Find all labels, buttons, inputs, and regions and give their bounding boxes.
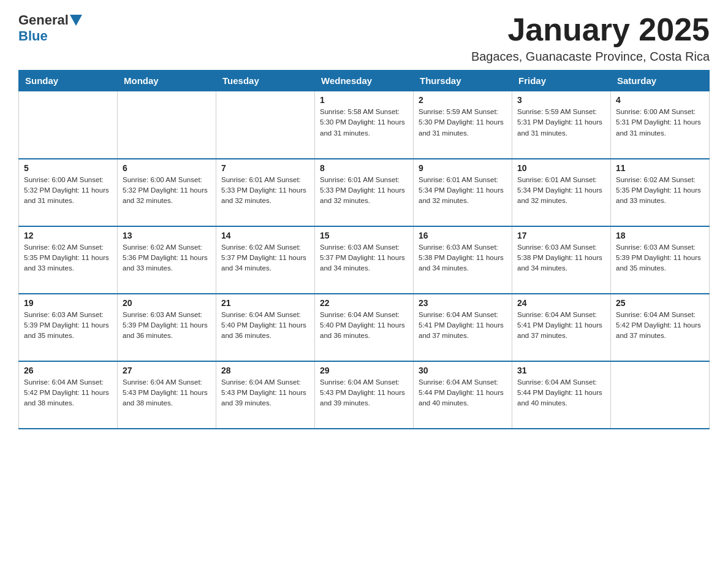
day-number: 29: [320, 366, 408, 375]
day-number: 24: [517, 298, 605, 308]
calendar-day-cell: 18Sunrise: 6:03 AM Sunset: 5:39 PM Dayli…: [611, 226, 710, 294]
day-number: 21: [221, 298, 309, 308]
day-number: 17: [517, 231, 605, 240]
calendar-day-cell: 28Sunrise: 6:04 AM Sunset: 5:43 PM Dayli…: [216, 361, 315, 429]
day-number: 31: [517, 366, 605, 375]
day-number: 26: [24, 366, 112, 375]
day-info: Sunrise: 6:00 AM Sunset: 5:32 PM Dayligh…: [24, 175, 112, 207]
day-number: 27: [123, 366, 211, 375]
day-number: 7: [221, 163, 309, 173]
day-number: 8: [320, 163, 408, 173]
calendar-day-cell: 19Sunrise: 6:03 AM Sunset: 5:39 PM Dayli…: [19, 294, 118, 361]
title-block: January 2025 Bagaces, Guanacaste Provinc…: [471, 12, 710, 64]
day-info: Sunrise: 6:04 AM Sunset: 5:44 PM Dayligh…: [517, 377, 605, 409]
logo-blue-text: Blue: [18, 28, 48, 44]
logo-triangle-icon: [70, 15, 82, 26]
day-info: Sunrise: 6:04 AM Sunset: 5:43 PM Dayligh…: [123, 377, 211, 409]
calendar-day-cell: 14Sunrise: 6:02 AM Sunset: 5:37 PM Dayli…: [216, 226, 315, 294]
calendar-day-cell: 24Sunrise: 6:04 AM Sunset: 5:41 PM Dayli…: [512, 294, 611, 361]
day-info: Sunrise: 6:04 AM Sunset: 5:44 PM Dayligh…: [419, 377, 507, 409]
day-info: Sunrise: 6:01 AM Sunset: 5:34 PM Dayligh…: [517, 175, 605, 207]
day-info: Sunrise: 6:03 AM Sunset: 5:38 PM Dayligh…: [419, 242, 507, 274]
day-number: 2: [419, 95, 507, 105]
day-number: 4: [616, 95, 704, 105]
calendar-day-cell: [611, 361, 710, 429]
calendar-day-cell: 12Sunrise: 6:02 AM Sunset: 5:35 PM Dayli…: [19, 226, 118, 294]
calendar-day-cell: [118, 91, 216, 159]
weekday-header-sunday: Sunday: [19, 71, 118, 91]
calendar-day-cell: 8Sunrise: 6:01 AM Sunset: 5:33 PM Daylig…: [315, 159, 414, 226]
day-number: 30: [419, 366, 507, 375]
calendar-day-cell: 30Sunrise: 6:04 AM Sunset: 5:44 PM Dayli…: [414, 361, 512, 429]
calendar-day-cell: 20Sunrise: 6:03 AM Sunset: 5:39 PM Dayli…: [118, 294, 216, 361]
calendar-day-cell: 7Sunrise: 6:01 AM Sunset: 5:33 PM Daylig…: [216, 159, 315, 226]
day-info: Sunrise: 6:04 AM Sunset: 5:42 PM Dayligh…: [616, 310, 704, 342]
day-number: 6: [123, 163, 211, 173]
day-info: Sunrise: 6:03 AM Sunset: 5:39 PM Dayligh…: [24, 310, 112, 342]
day-number: 5: [24, 163, 112, 173]
calendar-day-cell: 5Sunrise: 6:00 AM Sunset: 5:32 PM Daylig…: [19, 159, 118, 226]
day-info: Sunrise: 6:04 AM Sunset: 5:40 PM Dayligh…: [221, 310, 309, 342]
day-number: 11: [616, 163, 704, 173]
day-number: 23: [419, 298, 507, 308]
calendar-day-cell: 23Sunrise: 6:04 AM Sunset: 5:41 PM Dayli…: [414, 294, 512, 361]
day-info: Sunrise: 6:01 AM Sunset: 5:33 PM Dayligh…: [221, 175, 309, 207]
calendar-day-cell: 17Sunrise: 6:03 AM Sunset: 5:38 PM Dayli…: [512, 226, 611, 294]
day-number: 20: [123, 298, 211, 308]
month-title: January 2025: [471, 12, 710, 47]
day-info: Sunrise: 6:04 AM Sunset: 5:40 PM Dayligh…: [320, 310, 408, 342]
day-number: 22: [320, 298, 408, 308]
weekday-header-tuesday: Tuesday: [216, 71, 315, 91]
weekday-header-thursday: Thursday: [414, 71, 512, 91]
calendar-day-cell: 13Sunrise: 6:02 AM Sunset: 5:36 PM Dayli…: [118, 226, 216, 294]
day-number: 18: [616, 231, 704, 240]
calendar-day-cell: 22Sunrise: 6:04 AM Sunset: 5:40 PM Dayli…: [315, 294, 414, 361]
calendar-day-cell: 16Sunrise: 6:03 AM Sunset: 5:38 PM Dayli…: [414, 226, 512, 294]
location-subtitle: Bagaces, Guanacaste Province, Costa Rica: [471, 50, 710, 64]
day-info: Sunrise: 6:00 AM Sunset: 5:31 PM Dayligh…: [616, 107, 704, 139]
weekday-header-saturday: Saturday: [611, 71, 710, 91]
calendar-week-row: 12Sunrise: 6:02 AM Sunset: 5:35 PM Dayli…: [19, 226, 710, 294]
day-info: Sunrise: 6:02 AM Sunset: 5:36 PM Dayligh…: [123, 242, 211, 274]
logo-general-text: General: [18, 12, 69, 28]
day-number: 16: [419, 231, 507, 240]
day-number: 10: [517, 163, 605, 173]
calendar-day-cell: 31Sunrise: 6:04 AM Sunset: 5:44 PM Dayli…: [512, 361, 611, 429]
calendar-day-cell: 21Sunrise: 6:04 AM Sunset: 5:40 PM Dayli…: [216, 294, 315, 361]
logo: General Blue: [18, 12, 83, 44]
day-info: Sunrise: 6:04 AM Sunset: 5:41 PM Dayligh…: [419, 310, 507, 342]
day-number: 3: [517, 95, 605, 105]
calendar-day-cell: 3Sunrise: 5:59 AM Sunset: 5:31 PM Daylig…: [512, 91, 611, 159]
day-number: 13: [123, 231, 211, 240]
day-info: Sunrise: 6:04 AM Sunset: 5:41 PM Dayligh…: [517, 310, 605, 342]
weekday-header-friday: Friday: [512, 71, 611, 91]
day-number: 9: [419, 163, 507, 173]
calendar-day-cell: 25Sunrise: 6:04 AM Sunset: 5:42 PM Dayli…: [611, 294, 710, 361]
weekday-header-row: SundayMondayTuesdayWednesdayThursdayFrid…: [19, 71, 710, 91]
day-number: 25: [616, 298, 704, 308]
calendar-day-cell: 26Sunrise: 6:04 AM Sunset: 5:42 PM Dayli…: [19, 361, 118, 429]
day-number: 12: [24, 231, 112, 240]
day-number: 1: [320, 95, 408, 105]
day-info: Sunrise: 6:02 AM Sunset: 5:35 PM Dayligh…: [616, 175, 704, 207]
calendar-day-cell: 29Sunrise: 6:04 AM Sunset: 5:43 PM Dayli…: [315, 361, 414, 429]
day-number: 19: [24, 298, 112, 308]
calendar-week-row: 19Sunrise: 6:03 AM Sunset: 5:39 PM Dayli…: [19, 294, 710, 361]
calendar-day-cell: 15Sunrise: 6:03 AM Sunset: 5:37 PM Dayli…: [315, 226, 414, 294]
calendar-week-row: 5Sunrise: 6:00 AM Sunset: 5:32 PM Daylig…: [19, 159, 710, 226]
day-info: Sunrise: 6:03 AM Sunset: 5:39 PM Dayligh…: [123, 310, 211, 342]
calendar-day-cell: 6Sunrise: 6:00 AM Sunset: 5:32 PM Daylig…: [118, 159, 216, 226]
calendar-day-cell: 11Sunrise: 6:02 AM Sunset: 5:35 PM Dayli…: [611, 159, 710, 226]
page-header: General Blue January 2025 Bagaces, Guana…: [18, 12, 710, 64]
day-info: Sunrise: 6:04 AM Sunset: 5:42 PM Dayligh…: [24, 377, 112, 409]
calendar-table: SundayMondayTuesdayWednesdayThursdayFrid…: [18, 70, 710, 429]
day-number: 15: [320, 231, 408, 240]
calendar-day-cell: [216, 91, 315, 159]
weekday-header-wednesday: Wednesday: [315, 71, 414, 91]
day-number: 28: [221, 366, 309, 375]
day-info: Sunrise: 5:59 AM Sunset: 5:30 PM Dayligh…: [419, 107, 507, 139]
calendar-day-cell: 4Sunrise: 6:00 AM Sunset: 5:31 PM Daylig…: [611, 91, 710, 159]
day-info: Sunrise: 6:02 AM Sunset: 5:37 PM Dayligh…: [221, 242, 309, 274]
day-info: Sunrise: 6:01 AM Sunset: 5:33 PM Dayligh…: [320, 175, 408, 207]
calendar-day-cell: [19, 91, 118, 159]
